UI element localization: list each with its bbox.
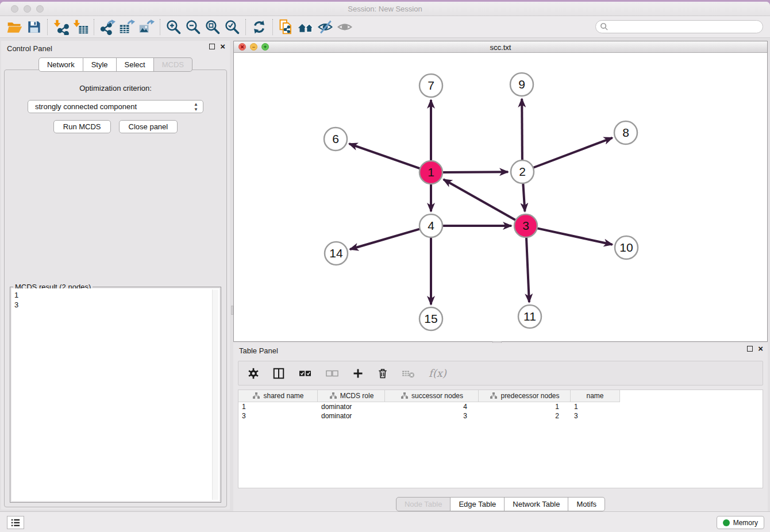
optimization-criterion-label: Optimization criterion: [5, 84, 226, 92]
tab-select[interactable]: Select [117, 57, 154, 72]
graph-edge-1-6[interactable] [349, 144, 422, 169]
zoom-fit-icon [205, 19, 221, 35]
save-session-button[interactable] [24, 18, 44, 36]
save-icon [26, 20, 41, 34]
close-panel-button[interactable]: Close panel [119, 120, 178, 133]
cell-successor-nodes[interactable]: 3 [385, 411, 479, 421]
open-session-button[interactable] [5, 18, 24, 36]
toggle-panel-button[interactable] [272, 367, 285, 380]
result-scrollbar[interactable] [212, 290, 218, 500]
zoom-out-button[interactable] [183, 18, 203, 36]
cell-name[interactable]: 1 [571, 402, 620, 411]
graph-edge-1-2[interactable] [441, 172, 508, 172]
search-input[interactable] [595, 20, 763, 33]
tab-network-table[interactable]: Network Table [505, 497, 568, 511]
apply-function-button[interactable]: f(x) [429, 367, 446, 379]
graph-node-label-3: 3 [522, 219, 529, 232]
control-panel-title: Control Panel [7, 44, 52, 53]
homes-icon [297, 19, 314, 35]
delete-column-button[interactable] [402, 368, 415, 379]
criterion-select[interactable]: strongly connected component ▲▼ [28, 100, 203, 113]
graph-edge-2-8[interactable] [532, 138, 613, 168]
cell-predecessor-nodes[interactable]: 2 [479, 411, 571, 421]
graph-edge-4-14[interactable] [350, 229, 422, 249]
export-network-icon [99, 19, 116, 35]
import-table-button[interactable] [71, 18, 90, 36]
export-table-icon [119, 19, 135, 35]
deselect-all-rows-button[interactable] [325, 368, 339, 379]
column-header-predecessor-nodes[interactable]: predecessor nodes [479, 390, 571, 402]
graph-edge-2-3[interactable] [523, 182, 525, 211]
show-networks-button[interactable] [296, 18, 315, 36]
zoom-out-icon [185, 19, 201, 35]
apply-layout-button[interactable] [249, 18, 269, 36]
cell-successor-nodes[interactable]: 4 [385, 402, 479, 411]
export-table-button[interactable] [117, 18, 137, 36]
cell-shared-name[interactable]: 1 [238, 402, 318, 411]
import-network-button[interactable] [51, 18, 71, 36]
column-edit-icon [253, 392, 260, 399]
graph-node-label-15: 15 [424, 312, 437, 325]
network-canvas[interactable]: 1234678910111415 [234, 53, 767, 341]
search-icon [600, 22, 609, 31]
vertical-splitter-grip[interactable] [231, 306, 233, 315]
float-panel-icon[interactable] [747, 346, 753, 352]
network-graph[interactable]: 1234678910111415 [234, 53, 767, 341]
cell-mcds-role[interactable]: dominator [318, 402, 385, 411]
duplicate-network-icon [278, 19, 294, 35]
zoom-in-button[interactable] [164, 18, 183, 36]
zoom-selected-button[interactable] [222, 18, 242, 36]
table-panel: Table Panel × [233, 343, 768, 513]
control-panel-tabs: Network Style Select MCDS [1, 57, 230, 72]
float-panel-icon[interactable] [209, 44, 215, 49]
window-title: Session: New Session [0, 5, 770, 13]
column-label: successor nodes [411, 392, 463, 400]
tab-network[interactable]: Network [38, 57, 83, 72]
column-edit-icon [490, 392, 497, 399]
select-all-icon [298, 368, 312, 379]
column-label: shared name [263, 392, 303, 400]
delete-column-icon [402, 368, 415, 379]
tab-motifs[interactable]: Motifs [568, 497, 605, 511]
graph-edge-3-10[interactable] [536, 228, 613, 245]
graph-node-label-4: 4 [428, 219, 434, 232]
table-settings-button[interactable] [248, 368, 259, 379]
graph-edge-2-9[interactable] [522, 99, 522, 162]
column-header-name[interactable]: name [571, 390, 620, 402]
show-panel-button[interactable] [335, 18, 355, 36]
cell-mcds-role[interactable]: dominator [318, 411, 385, 421]
cell-shared-name[interactable]: 3 [238, 411, 318, 421]
tab-style[interactable]: Style [83, 57, 117, 72]
select-all-rows-button[interactable] [298, 368, 312, 379]
graph-edge-3-1[interactable] [444, 179, 517, 221]
run-mcds-button[interactable]: Run MCDS [53, 120, 111, 133]
zoom-fit-button[interactable] [203, 18, 222, 36]
cell-predecessor-nodes[interactable]: 1 [479, 402, 571, 411]
table-row[interactable]: 3 dominator 3 2 3 [238, 411, 763, 421]
mcds-result-text[interactable]: 1 3 [11, 288, 220, 501]
export-image-button[interactable] [137, 18, 156, 36]
cell-name[interactable]: 3 [571, 411, 620, 421]
toolbar-separator [94, 19, 94, 35]
tab-node-table[interactable]: Node Table [396, 497, 451, 511]
add-row-button[interactable] [352, 368, 364, 379]
memory-button[interactable]: Memory [717, 516, 764, 529]
column-header-shared-name[interactable]: shared name [238, 390, 318, 402]
tab-mcds[interactable]: MCDS [154, 57, 192, 72]
tab-edge-table[interactable]: Edge Table [451, 497, 505, 511]
export-network-button[interactable] [98, 18, 117, 36]
network-window: ✕ − + scc.txt 1234678910111415 [233, 41, 768, 342]
column-header-mcds-role[interactable]: MCDS role [318, 390, 385, 402]
network-window-titlebar: ✕ − + scc.txt [234, 41, 767, 53]
search-container [595, 20, 763, 33]
duplicate-network-button[interactable] [276, 18, 296, 36]
hide-panel-button[interactable] [315, 18, 335, 36]
table-row[interactable]: 1 dominator 4 1 1 [238, 402, 763, 411]
close-panel-icon[interactable]: × [220, 44, 225, 49]
zoom-in-icon [165, 19, 182, 35]
task-history-button[interactable] [7, 516, 24, 529]
close-panel-icon[interactable]: × [758, 346, 763, 352]
column-header-successor-nodes[interactable]: successor nodes [385, 390, 479, 402]
graph-edge-3-11[interactable] [526, 236, 529, 302]
delete-row-button[interactable] [377, 368, 388, 379]
